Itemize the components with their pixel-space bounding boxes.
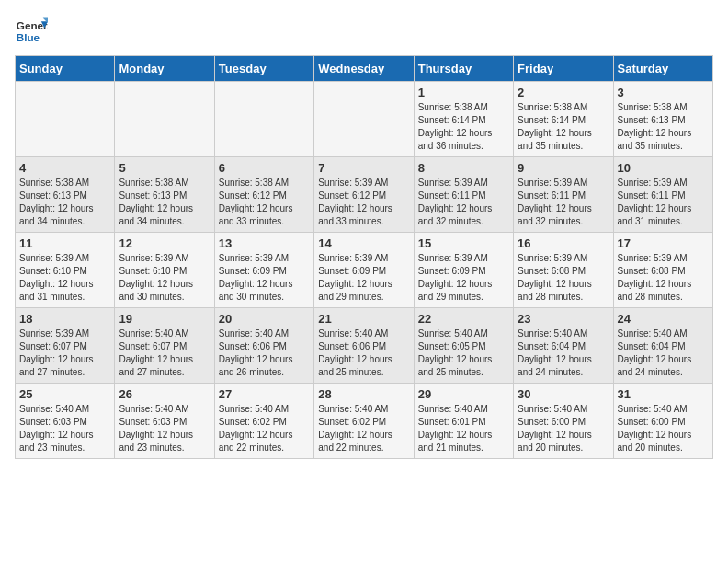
day-number: 14 [318, 236, 409, 250]
day-info: Sunrise: 5:40 AM Sunset: 6:06 PM Dayligh… [318, 327, 409, 379]
day-cell: 26Sunrise: 5:40 AM Sunset: 6:03 PM Dayli… [115, 384, 214, 459]
day-cell: 31Sunrise: 5:40 AM Sunset: 6:00 PM Dayli… [613, 384, 712, 459]
day-info: Sunrise: 5:38 AM Sunset: 6:14 PM Dayligh… [518, 101, 609, 153]
day-info: Sunrise: 5:39 AM Sunset: 6:10 PM Dayligh… [19, 252, 110, 304]
day-cell: 29Sunrise: 5:40 AM Sunset: 6:01 PM Dayli… [414, 384, 513, 459]
day-number: 31 [618, 387, 709, 401]
day-info: Sunrise: 5:40 AM Sunset: 6:03 PM Dayligh… [119, 403, 210, 454]
day-cell [214, 82, 313, 157]
svg-text:General: General [17, 19, 48, 31]
day-cell: 19Sunrise: 5:40 AM Sunset: 6:07 PM Dayli… [115, 308, 214, 384]
day-cell: 10Sunrise: 5:39 AM Sunset: 6:11 PM Dayli… [613, 157, 712, 233]
day-info: Sunrise: 5:39 AM Sunset: 6:11 PM Dayligh… [618, 177, 709, 228]
day-info: Sunrise: 5:40 AM Sunset: 6:01 PM Dayligh… [418, 403, 509, 454]
week-row-5: 25Sunrise: 5:40 AM Sunset: 6:03 PM Dayli… [16, 384, 713, 459]
day-cell: 30Sunrise: 5:40 AM Sunset: 6:00 PM Dayli… [514, 384, 613, 459]
day-number: 24 [618, 312, 709, 326]
day-info: Sunrise: 5:38 AM Sunset: 6:12 PM Dayligh… [219, 177, 310, 228]
day-number: 5 [119, 161, 210, 175]
day-number: 26 [119, 387, 210, 401]
day-cell: 23Sunrise: 5:40 AM Sunset: 6:04 PM Dayli… [514, 308, 613, 384]
day-cell: 14Sunrise: 5:39 AM Sunset: 6:09 PM Dayli… [314, 233, 414, 308]
day-cell: 13Sunrise: 5:39 AM Sunset: 6:09 PM Dayli… [214, 233, 313, 308]
day-number: 17 [618, 236, 709, 250]
day-number: 7 [318, 161, 409, 175]
day-cell: 24Sunrise: 5:40 AM Sunset: 6:04 PM Dayli… [613, 308, 712, 384]
day-cell: 28Sunrise: 5:40 AM Sunset: 6:02 PM Dayli… [314, 384, 414, 459]
header-monday: Monday [115, 56, 214, 82]
day-cell: 15Sunrise: 5:39 AM Sunset: 6:09 PM Dayli… [414, 233, 513, 308]
day-info: Sunrise: 5:39 AM Sunset: 6:12 PM Dayligh… [318, 177, 409, 228]
day-cell: 18Sunrise: 5:39 AM Sunset: 6:07 PM Dayli… [16, 308, 115, 384]
day-info: Sunrise: 5:38 AM Sunset: 6:14 PM Dayligh… [418, 101, 509, 153]
day-cell: 25Sunrise: 5:40 AM Sunset: 6:03 PM Dayli… [16, 384, 115, 459]
day-info: Sunrise: 5:40 AM Sunset: 6:02 PM Dayligh… [318, 403, 409, 454]
day-cell: 16Sunrise: 5:39 AM Sunset: 6:08 PM Dayli… [514, 233, 613, 308]
day-info: Sunrise: 5:39 AM Sunset: 6:09 PM Dayligh… [418, 252, 509, 304]
week-row-1: 1Sunrise: 5:38 AM Sunset: 6:14 PM Daylig… [16, 82, 713, 157]
logo-icon: General Blue [15, 15, 48, 48]
day-info: Sunrise: 5:39 AM Sunset: 6:07 PM Dayligh… [19, 327, 110, 379]
header-wednesday: Wednesday [314, 56, 414, 82]
day-number: 8 [418, 161, 509, 175]
day-number: 16 [518, 236, 609, 250]
day-number: 23 [518, 312, 609, 326]
day-info: Sunrise: 5:39 AM Sunset: 6:09 PM Dayligh… [219, 252, 310, 304]
day-info: Sunrise: 5:39 AM Sunset: 6:09 PM Dayligh… [318, 252, 409, 304]
day-cell: 27Sunrise: 5:40 AM Sunset: 6:02 PM Dayli… [214, 384, 313, 459]
day-number: 28 [318, 387, 409, 401]
day-cell [16, 82, 115, 157]
week-row-3: 11Sunrise: 5:39 AM Sunset: 6:10 PM Dayli… [16, 233, 713, 308]
day-number: 4 [19, 161, 110, 175]
day-cell: 2Sunrise: 5:38 AM Sunset: 6:14 PM Daylig… [514, 82, 613, 157]
day-info: Sunrise: 5:40 AM Sunset: 6:02 PM Dayligh… [219, 403, 310, 454]
header: General Blue General Blue [15, 15, 713, 48]
day-number: 6 [219, 161, 310, 175]
svg-text:Blue: Blue [17, 31, 40, 43]
day-number: 30 [518, 387, 609, 401]
day-cell: 3Sunrise: 5:38 AM Sunset: 6:13 PM Daylig… [613, 82, 712, 157]
day-cell: 1Sunrise: 5:38 AM Sunset: 6:14 PM Daylig… [414, 82, 513, 157]
day-number: 10 [618, 161, 709, 175]
day-cell: 6Sunrise: 5:38 AM Sunset: 6:12 PM Daylig… [214, 157, 313, 233]
day-info: Sunrise: 5:39 AM Sunset: 6:08 PM Dayligh… [518, 252, 609, 304]
day-cell: 21Sunrise: 5:40 AM Sunset: 6:06 PM Dayli… [314, 308, 414, 384]
day-info: Sunrise: 5:40 AM Sunset: 6:05 PM Dayligh… [418, 327, 509, 379]
day-number: 15 [418, 236, 509, 250]
logo: General Blue General Blue [15, 15, 48, 48]
day-number: 19 [119, 312, 210, 326]
day-number: 25 [19, 387, 110, 401]
day-number: 18 [19, 312, 110, 326]
week-row-4: 18Sunrise: 5:39 AM Sunset: 6:07 PM Dayli… [16, 308, 713, 384]
day-info: Sunrise: 5:39 AM Sunset: 6:11 PM Dayligh… [418, 177, 509, 228]
day-cell: 17Sunrise: 5:39 AM Sunset: 6:08 PM Dayli… [613, 233, 712, 308]
day-info: Sunrise: 5:39 AM Sunset: 6:11 PM Dayligh… [518, 177, 609, 228]
header-row: SundayMondayTuesdayWednesdayThursdayFrid… [16, 56, 713, 82]
day-info: Sunrise: 5:40 AM Sunset: 6:06 PM Dayligh… [219, 327, 310, 379]
day-cell: 5Sunrise: 5:38 AM Sunset: 6:13 PM Daylig… [115, 157, 214, 233]
day-cell: 4Sunrise: 5:38 AM Sunset: 6:13 PM Daylig… [16, 157, 115, 233]
day-info: Sunrise: 5:40 AM Sunset: 6:04 PM Dayligh… [618, 327, 709, 379]
day-cell: 11Sunrise: 5:39 AM Sunset: 6:10 PM Dayli… [16, 233, 115, 308]
header-thursday: Thursday [414, 56, 513, 82]
day-cell: 9Sunrise: 5:39 AM Sunset: 6:11 PM Daylig… [514, 157, 613, 233]
day-cell [115, 82, 214, 157]
day-number: 22 [418, 312, 509, 326]
day-cell: 20Sunrise: 5:40 AM Sunset: 6:06 PM Dayli… [214, 308, 313, 384]
day-number: 2 [518, 86, 609, 99]
header-saturday: Saturday [613, 56, 712, 82]
day-number: 1 [418, 86, 509, 99]
day-info: Sunrise: 5:40 AM Sunset: 6:00 PM Dayligh… [518, 403, 609, 454]
day-cell: 8Sunrise: 5:39 AM Sunset: 6:11 PM Daylig… [414, 157, 513, 233]
day-number: 9 [518, 161, 609, 175]
day-info: Sunrise: 5:40 AM Sunset: 6:04 PM Dayligh… [518, 327, 609, 379]
day-info: Sunrise: 5:40 AM Sunset: 6:00 PM Dayligh… [618, 403, 709, 454]
day-info: Sunrise: 5:38 AM Sunset: 6:13 PM Dayligh… [19, 177, 110, 228]
day-info: Sunrise: 5:39 AM Sunset: 6:08 PM Dayligh… [618, 252, 709, 304]
day-number: 27 [219, 387, 310, 401]
day-info: Sunrise: 5:38 AM Sunset: 6:13 PM Dayligh… [119, 177, 210, 228]
day-number: 29 [418, 387, 509, 401]
day-info: Sunrise: 5:40 AM Sunset: 6:07 PM Dayligh… [119, 327, 210, 379]
header-sunday: Sunday [16, 56, 115, 82]
day-info: Sunrise: 5:40 AM Sunset: 6:03 PM Dayligh… [19, 403, 110, 454]
